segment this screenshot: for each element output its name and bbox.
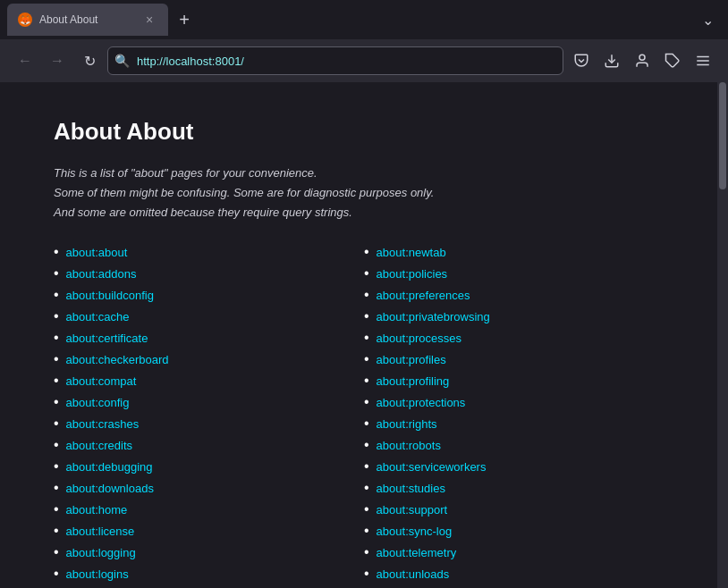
list-item: about:policies (364, 265, 674, 281)
list-item: about:buildconfig (54, 287, 364, 303)
about-link[interactable]: about:support (377, 503, 448, 517)
about-link[interactable]: about:crashes (66, 417, 140, 431)
address-bar-wrapper: 🔍 (107, 46, 563, 75)
list-item: about:logging (54, 544, 364, 560)
scrollbar[interactable] (717, 82, 728, 588)
description-line2: Some of them might be confusing. Some ar… (54, 183, 674, 203)
about-link[interactable]: about:policies (377, 267, 448, 281)
about-link[interactable]: about:robots (377, 439, 441, 452)
list-item: about:profiles (364, 351, 674, 367)
downloads-button[interactable] (597, 46, 626, 75)
tab-favicon: 🦊 (18, 13, 32, 27)
about-link[interactable]: about:license (66, 525, 135, 538)
list-item: about:sync-log (364, 523, 674, 539)
tab-title: About About (39, 13, 134, 26)
list-item: about:preferences (364, 287, 674, 303)
description-line1: This is a list of "about" pages for your… (54, 164, 674, 183)
list-item: about:processes (364, 330, 674, 346)
about-link[interactable]: about:compat (66, 374, 137, 388)
list-item: about:compat (54, 373, 364, 389)
list-item: about:newtab (364, 244, 674, 260)
about-link[interactable]: about:about (66, 246, 128, 259)
list-item: about:credits (54, 437, 364, 453)
back-button[interactable]: ← (11, 46, 39, 75)
about-link[interactable]: about:studies (377, 482, 445, 495)
list-item: about:home (54, 501, 364, 517)
page-description: This is a list of "about" pages for your… (54, 164, 674, 223)
list-item: about:robots (364, 437, 674, 453)
about-link[interactable]: about:profiles (377, 353, 446, 366)
list-item: about:studies (364, 480, 674, 496)
about-link[interactable]: about:config (66, 396, 130, 409)
toolbar-icons (567, 46, 717, 75)
about-link[interactable]: about:logging (66, 546, 136, 559)
about-link[interactable]: about:debugging (66, 460, 153, 474)
list-item: about:rights (364, 416, 674, 432)
list-item: about:profiling (364, 373, 674, 389)
pocket-button[interactable] (567, 46, 596, 75)
reload-button[interactable]: ↻ (75, 46, 104, 75)
page-content: About About This is a list of "about" pa… (0, 82, 728, 588)
list-item: about:unloads (364, 566, 674, 582)
about-link[interactable]: about:telemetry (377, 546, 457, 559)
about-link[interactable]: about:preferences (377, 289, 470, 302)
forward-button[interactable]: → (43, 46, 72, 75)
list-item: about:serviceworkers (364, 458, 674, 475)
about-link[interactable]: about:privatebrowsing (377, 310, 490, 323)
list-item: about:support (364, 501, 674, 517)
list-item: about:crashes (54, 416, 364, 432)
about-link[interactable]: about:addons (66, 267, 137, 281)
page-title: About About (54, 118, 674, 146)
list-item: about:telemetry (364, 544, 674, 560)
tab-bar: 🦊 About About × + ⌄ (0, 0, 728, 39)
about-link[interactable]: about:serviceworkers (377, 460, 487, 474)
about-link[interactable]: about:certificate (66, 332, 148, 345)
tab-close-button[interactable]: × (141, 12, 157, 28)
list-item: about:debugging (54, 458, 364, 475)
about-link[interactable]: about:logins (66, 567, 129, 581)
menu-button[interactable] (689, 46, 717, 75)
description-line3: And some are omitted because they requir… (54, 203, 674, 223)
list-item: about:checkerboard (54, 351, 364, 367)
about-link[interactable]: about:unloads (377, 567, 450, 581)
nav-bar: ← → ↻ 🔍 (0, 39, 728, 82)
list-item: about:license (54, 523, 364, 539)
list-item: about:about (54, 244, 364, 260)
new-tab-button[interactable]: + (172, 7, 197, 32)
right-links-column: about:newtababout:policiesabout:preferen… (364, 244, 674, 588)
browser-chrome: 🦊 About About × + ⌄ ← → ↻ 🔍 (0, 0, 728, 82)
about-link[interactable]: about:sync-log (377, 525, 453, 538)
list-item: about:logins (54, 566, 364, 582)
svg-point-1 (639, 55, 645, 60)
about-link[interactable]: about:credits (66, 439, 132, 452)
about-link[interactable]: about:checkerboard (66, 353, 169, 366)
list-item: about:privatebrowsing (364, 308, 674, 324)
scrollbar-thumb (719, 82, 726, 189)
about-link[interactable]: about:downloads (66, 482, 154, 495)
about-link[interactable]: about:processes (377, 332, 461, 345)
account-button[interactable] (628, 46, 656, 75)
links-container: about:aboutabout:addonsabout:buildconfig… (54, 244, 674, 588)
list-item: about:cache (54, 308, 364, 324)
address-input[interactable] (107, 46, 563, 75)
about-link[interactable]: about:buildconfig (66, 289, 154, 302)
about-link[interactable]: about:home (66, 503, 128, 517)
list-item: about:downloads (54, 480, 364, 496)
list-item: about:addons (54, 265, 364, 281)
about-link[interactable]: about:rights (377, 417, 437, 431)
about-link[interactable]: about:newtab (377, 246, 446, 259)
about-link[interactable]: about:protections (377, 396, 466, 409)
about-link[interactable]: about:cache (66, 310, 130, 323)
left-links-column: about:aboutabout:addonsabout:buildconfig… (54, 244, 364, 588)
extensions-button[interactable] (658, 46, 687, 75)
list-item: about:protections (364, 394, 674, 410)
about-link[interactable]: about:profiling (377, 374, 450, 388)
active-tab[interactable]: 🦊 About About × (7, 4, 168, 36)
list-item: about:certificate (54, 330, 364, 346)
list-item: about:config (54, 394, 364, 410)
tab-overflow-button[interactable]: ⌄ (695, 8, 721, 32)
